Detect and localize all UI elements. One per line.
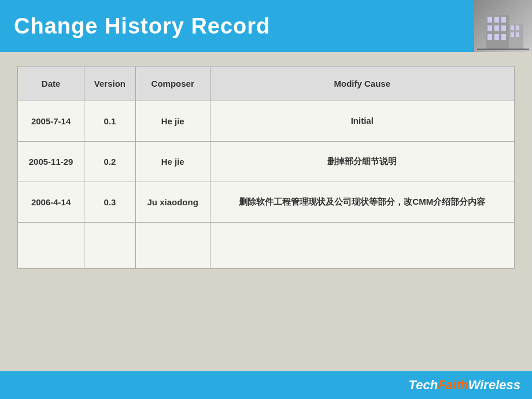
brand-wireless: Wireless xyxy=(468,378,520,393)
cell-composer-3 xyxy=(135,223,210,269)
svg-rect-7 xyxy=(487,34,492,40)
cell-composer-2: Ju xiaodong xyxy=(135,182,210,223)
table-row xyxy=(18,223,515,269)
cell-version-1: 0.2 xyxy=(84,142,136,182)
cell-cause-3 xyxy=(210,223,514,269)
history-table: Date Version Composer Modify Cause 2005-… xyxy=(17,66,515,269)
col-composer: Composer xyxy=(135,66,210,101)
svg-rect-12 xyxy=(516,25,519,30)
cell-date-3 xyxy=(18,223,84,269)
cell-composer-0: He jie xyxy=(135,101,210,142)
svg-rect-6 xyxy=(501,25,506,31)
cell-date-2: 2006-4-14 xyxy=(18,182,84,223)
cell-date-0: 2005-7-14 xyxy=(18,101,84,142)
svg-rect-2 xyxy=(494,17,499,23)
cell-version-0: 0.1 xyxy=(84,101,136,142)
col-modify-cause: Modify Cause xyxy=(210,66,514,101)
table-row: 2005-11-29 0.2 He jie 删掉部分细节说明 xyxy=(18,142,515,182)
cell-version-2: 0.3 xyxy=(84,182,136,223)
col-date: Date xyxy=(18,66,84,101)
svg-rect-15 xyxy=(477,49,529,50)
footer-brand: Tech Faith Wireless xyxy=(409,378,520,393)
cell-version-3 xyxy=(84,223,136,269)
svg-rect-13 xyxy=(511,32,514,37)
brand-faith: Faith xyxy=(438,378,468,393)
cell-cause-0: Initial xyxy=(210,101,514,142)
table-row: 2006-4-14 0.3 Ju xiaodong 删除软件工程管理现状及公司现… xyxy=(18,182,515,223)
header-logo xyxy=(474,0,532,52)
brand-tech: Tech xyxy=(409,378,438,393)
svg-rect-8 xyxy=(494,34,499,40)
main-content: Date Version Composer Modify Cause 2005-… xyxy=(0,52,532,376)
svg-rect-14 xyxy=(516,32,519,37)
page-title: Change History Record xyxy=(14,14,270,39)
svg-rect-9 xyxy=(501,34,506,40)
cell-date-1: 2005-11-29 xyxy=(18,142,84,182)
cell-cause-2: 删除软件工程管理现状及公司现状等部分，改CMM介绍部分内容 xyxy=(210,182,514,223)
svg-rect-3 xyxy=(501,17,506,23)
cell-composer-1: He jie xyxy=(135,142,210,182)
building-icon xyxy=(474,0,532,52)
cell-cause-1: 删掉部分细节说明 xyxy=(210,142,514,182)
svg-rect-1 xyxy=(487,17,492,23)
svg-rect-5 xyxy=(494,25,499,31)
col-version: Version xyxy=(84,66,136,101)
footer: Tech Faith Wireless xyxy=(0,371,532,399)
table-row: 2005-7-14 0.1 He jie Initial xyxy=(18,101,515,142)
svg-rect-11 xyxy=(511,25,514,30)
svg-rect-4 xyxy=(487,25,492,31)
header: Change History Record xyxy=(0,0,532,52)
